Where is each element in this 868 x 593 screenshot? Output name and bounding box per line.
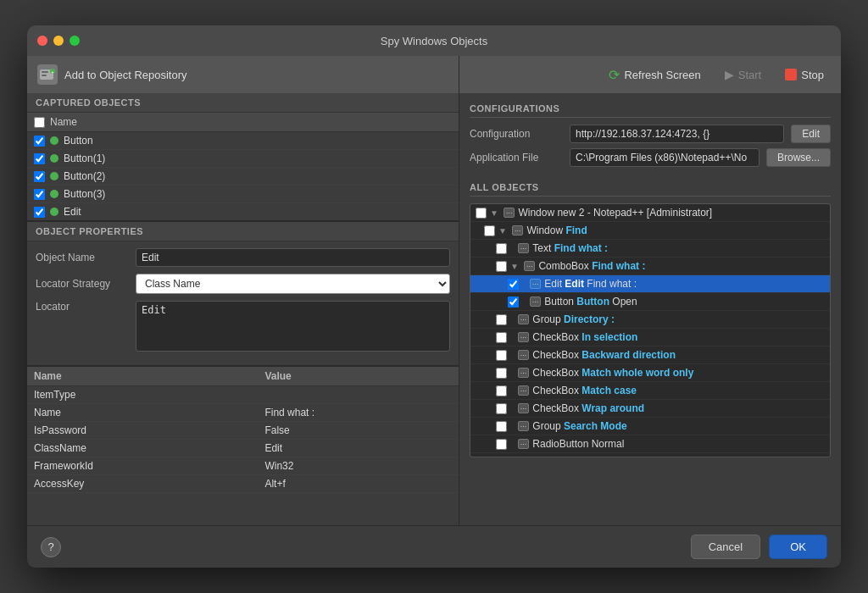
svg-text:+: + <box>52 69 54 75</box>
co-item-checkbox-1[interactable] <box>34 136 45 147</box>
list-item[interactable]: ··· Edit Edit Find what : <box>470 275 830 293</box>
select-all-checkbox[interactable] <box>34 117 45 128</box>
ao-checkbox-11[interactable] <box>496 385 507 396</box>
ao-checkbox-10[interactable] <box>496 368 507 379</box>
locator-row: Locator Edit <box>36 301 450 352</box>
locator-textarea[interactable]: Edit <box>136 301 450 352</box>
ao-checkbox-1[interactable] <box>476 208 487 219</box>
ao-checkbox-2[interactable] <box>484 225 495 236</box>
prop-value <box>258 386 459 404</box>
ao-checkbox-3[interactable] <box>496 243 507 254</box>
name-col-header: Name <box>27 367 258 386</box>
ao-checkbox-9[interactable] <box>496 350 507 361</box>
bottom-actions: Cancel OK <box>691 535 827 559</box>
ao-checkbox-4[interactable] <box>496 261 507 272</box>
prop-name: ItemType <box>27 386 258 404</box>
stop-button[interactable]: Stop <box>778 65 831 85</box>
main-content: + Add to Object Repository CAPTURED OBJE… <box>27 56 841 525</box>
co-item-label-1: Button <box>64 135 93 147</box>
list-item[interactable]: ··· CheckBox Backward direction <box>470 346 830 364</box>
object-name-row: Object Name <box>36 248 450 267</box>
traffic-lights <box>37 36 80 46</box>
list-item[interactable]: ▼ ··· Window new 2 - Notepad++ [Administ… <box>470 204 830 222</box>
locator-strategy-select[interactable]: Class Name ID Name XPath <box>136 274 450 294</box>
ao-checkbox-14[interactable] <box>496 439 507 450</box>
config-value-input[interactable] <box>570 125 784 143</box>
ao-checkbox-5[interactable] <box>508 279 519 290</box>
list-item: Edit <box>27 203 459 220</box>
locator-label: Locator <box>36 301 129 313</box>
co-header-row: Name <box>27 113 459 132</box>
start-button[interactable]: ▶ Start <box>718 64 768 85</box>
list-item[interactable]: ▼ ··· Window Find <box>470 222 830 240</box>
prop-value: Edit <box>258 440 459 457</box>
minimize-button[interactable] <box>53 36 64 46</box>
co-item-label-5: Edit <box>64 206 81 218</box>
refresh-screen-button[interactable]: ⟳ Refresh Screen <box>602 64 707 86</box>
cancel-button[interactable]: Cancel <box>691 535 760 559</box>
edit-config-button[interactable]: Edit <box>791 125 831 143</box>
ao-checkbox-13[interactable] <box>496 421 507 432</box>
app-file-input[interactable] <box>570 148 760 167</box>
co-name-col: Name <box>50 116 77 128</box>
co-item-checkbox-2[interactable] <box>34 153 45 164</box>
config-row: Configuration Edit <box>470 125 831 143</box>
list-item[interactable]: ··· Group Search Mode <box>470 418 830 435</box>
ao-checkbox-8[interactable] <box>496 332 507 343</box>
table-row: ClassName Edit <box>27 440 459 457</box>
refresh-label: Refresh Screen <box>624 69 700 81</box>
list-item: Button(3) <box>27 186 459 203</box>
start-label: Start <box>738 69 761 81</box>
toolbar: ⟳ Refresh Screen ▶ Start Stop <box>459 56 841 93</box>
list-item[interactable]: ··· Group Directory : <box>470 311 830 329</box>
table-row: AccessKey Alt+f <box>27 475 459 493</box>
list-item[interactable]: ··· CheckBox Match whole word only <box>470 364 830 382</box>
play-icon: ▶ <box>725 68 734 81</box>
status-dot-2 <box>50 154 58 163</box>
props-table-section: Name Value ItemType Name Find what : <box>27 365 459 525</box>
status-dot-4 <box>50 190 58 198</box>
add-repo-label: Add to Object Repository <box>64 69 187 81</box>
ao-checkbox-12[interactable] <box>496 403 507 414</box>
list-item[interactable]: ··· Button Button Open <box>470 293 830 311</box>
co-item-checkbox-4[interactable] <box>34 189 45 200</box>
status-dot-5 <box>50 208 58 216</box>
app-file-label: Application File <box>470 152 563 163</box>
list-item: Button <box>27 132 459 150</box>
list-item[interactable]: ··· CheckBox In selection <box>470 329 830 346</box>
config-label: Configuration <box>470 128 563 140</box>
browse-button[interactable]: Browse... <box>766 148 831 167</box>
list-item[interactable]: ··· CheckBox Match case <box>470 382 830 400</box>
ao-checkbox-6[interactable] <box>508 296 519 308</box>
add-repo-bar[interactable]: + Add to Object Repository <box>27 56 459 93</box>
maximize-button[interactable] <box>70 36 80 46</box>
ao-checkbox-7[interactable] <box>496 314 507 325</box>
main-window: Spy Windows Objects + Add to Object Repo… <box>27 25 841 568</box>
svg-rect-1 <box>42 71 48 73</box>
value-col-header: Value <box>258 367 459 386</box>
co-item-checkbox-5[interactable] <box>34 207 45 218</box>
captured-objects-section: CAPTURED OBJECTS Name Button Button(1) <box>27 93 459 220</box>
object-name-input[interactable] <box>136 248 450 267</box>
ok-button[interactable]: OK <box>769 535 827 559</box>
co-item-checkbox-3[interactable] <box>34 171 45 182</box>
list-item[interactable]: ··· Text Find what : <box>470 240 830 258</box>
right-content: CONFIGURATIONS Configuration Edit Applic… <box>459 93 841 525</box>
repo-icon: + <box>37 64 58 85</box>
close-button[interactable] <box>37 36 47 46</box>
bottom-bar: ? Cancel OK <box>27 525 841 568</box>
list-item[interactable]: ··· CheckBox Wrap around <box>470 400 830 418</box>
co-item-label-4: Button(3) <box>64 188 105 200</box>
all-objects-list: ▼ ··· Window new 2 - Notepad++ [Administ… <box>470 203 831 457</box>
table-row: Name Find what : <box>27 404 459 422</box>
help-button[interactable]: ? <box>41 537 61 557</box>
list-item[interactable]: ▼ ··· ComboBox Find what : <box>470 258 830 275</box>
co-item-label-2: Button(1) <box>64 152 105 164</box>
stop-label: Stop <box>801 69 824 81</box>
prop-name: ClassName <box>27 440 258 457</box>
list-item[interactable]: ··· RadioButton Normal <box>470 435 830 453</box>
prop-value: False <box>258 422 459 440</box>
refresh-icon: ⟳ <box>609 67 620 83</box>
prop-value: Find what : <box>258 404 459 422</box>
all-objects-header: ALL OBJECTS <box>470 182 831 197</box>
